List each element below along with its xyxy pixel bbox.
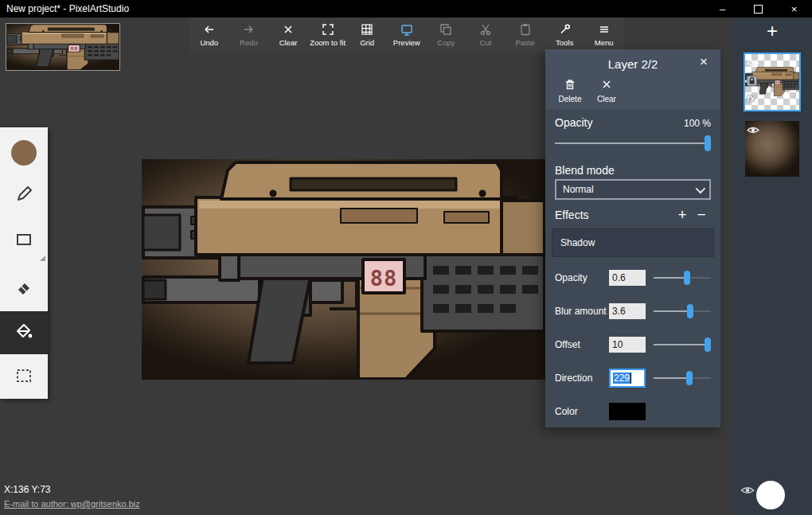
close-button[interactable]: × xyxy=(776,0,812,18)
slider-thumb[interactable] xyxy=(687,304,693,318)
maximize-icon xyxy=(754,5,763,14)
param-row-direction: Direction 229 xyxy=(555,368,711,388)
main-toolbar: Undo Redo Clear Zoom to fit Grid Preview… xyxy=(189,18,624,53)
layer-panel-title: Layer 2/2 xyxy=(545,57,720,71)
lock-icon[interactable] xyxy=(747,75,757,89)
shape-tool-button[interactable] xyxy=(0,220,48,263)
canvas-artwork xyxy=(142,159,546,380)
slider-thumb[interactable] xyxy=(686,371,693,385)
copy-icon xyxy=(439,23,452,36)
direction-input[interactable]: 229 xyxy=(609,369,646,388)
current-color-button[interactable] xyxy=(0,131,48,174)
eraser-tool-button[interactable] xyxy=(0,267,48,310)
effect-item-shadow[interactable]: Shadow xyxy=(552,228,714,257)
drawing-canvas[interactable] xyxy=(142,159,546,380)
opacity-value: 100 % xyxy=(684,118,711,129)
opacity-input[interactable]: 0.6 xyxy=(609,270,646,286)
plus-icon: + xyxy=(767,20,778,42)
rectangle-icon xyxy=(14,230,33,252)
pencil-icon xyxy=(14,185,33,207)
undo-button[interactable]: Undo xyxy=(189,18,229,53)
zoom-to-fit-icon xyxy=(322,23,334,36)
menu-icon xyxy=(598,23,611,36)
close-icon: × xyxy=(700,54,708,69)
layers-sidebar: + fx xyxy=(732,18,812,515)
fx-badge[interactable]: fx xyxy=(747,93,755,104)
blur-param-slider[interactable] xyxy=(654,304,711,318)
select-tool-button[interactable] xyxy=(0,356,48,399)
clear-icon xyxy=(282,23,295,36)
layer-panel: Layer 2/2 × Delete Clear Opacity 100 % B… xyxy=(545,49,720,427)
current-color-indicator xyxy=(11,140,37,166)
zoom-to-fit-button[interactable]: Zoom to fit xyxy=(308,18,348,53)
undo-icon xyxy=(203,23,216,36)
fill-tool-button[interactable] xyxy=(0,311,48,354)
copy-button[interactable]: Copy xyxy=(427,18,467,53)
close-icon: × xyxy=(791,3,798,15)
tools-button[interactable]: Tools xyxy=(545,18,584,53)
delete-layer-button[interactable]: Delete xyxy=(555,78,585,107)
fill-bucket-icon xyxy=(14,322,33,344)
opacity-param-slider[interactable] xyxy=(654,271,711,285)
canvas-preview-thumbnail xyxy=(6,23,120,71)
grid-button[interactable]: Grid xyxy=(347,18,387,53)
clear-layer-button[interactable]: Clear xyxy=(591,78,622,107)
paste-icon xyxy=(519,23,532,36)
cut-button[interactable]: Cut xyxy=(466,18,506,53)
selected-text: 229 xyxy=(613,373,630,384)
slider-thumb[interactable] xyxy=(705,135,711,151)
minimize-button[interactable]: – xyxy=(705,0,740,18)
remove-effect-button[interactable]: − xyxy=(692,206,711,224)
tool-palette xyxy=(0,127,48,399)
layer-panel-header: Layer 2/2 × Delete Clear xyxy=(545,49,720,109)
blur-amount-input[interactable]: 3.6 xyxy=(609,303,646,319)
param-row-blur: Blur amount 3.6 xyxy=(555,301,711,322)
preview-art xyxy=(6,24,119,70)
effect-parameters: Opacity 0.6 Blur amount 3.6 Offset 10 xyxy=(555,267,711,422)
layer-thumbnail-2[interactable] xyxy=(745,121,799,177)
minimize-icon: – xyxy=(720,3,725,15)
shape-tool-flyout-indicator xyxy=(40,256,45,261)
pencil-tool-button[interactable] xyxy=(0,174,48,217)
layer-opacity-slider[interactable] xyxy=(555,135,711,151)
blend-mode-value: Normal xyxy=(563,184,594,195)
maximize-button[interactable] xyxy=(740,0,776,18)
add-effect-button[interactable]: + xyxy=(673,206,692,224)
slider-thumb[interactable] xyxy=(684,271,690,285)
layer-panel-close-button[interactable]: × xyxy=(695,54,712,70)
blend-mode-dropdown[interactable]: Normal xyxy=(555,179,711,200)
window-title: New project* - PixelArtStudio xyxy=(0,3,705,14)
offset-input[interactable]: 10 xyxy=(609,337,646,353)
preview-button[interactable]: Preview xyxy=(387,18,427,53)
preview-icon xyxy=(400,23,413,36)
cut-icon xyxy=(479,23,492,36)
param-row-opacity: Opacity 0.6 xyxy=(555,267,711,288)
redo-button[interactable]: Redo xyxy=(229,18,269,53)
opacity-label: Opacity xyxy=(555,116,592,129)
cursor-coordinates: X:136 Y:73 xyxy=(4,484,51,495)
param-row-offset: Offset 10 xyxy=(555,334,711,355)
color-preview-button[interactable] xyxy=(756,481,785,509)
blend-mode-label: Blend mode xyxy=(555,164,615,177)
clear-icon xyxy=(600,78,613,92)
slider-thumb[interactable] xyxy=(705,337,711,352)
tools-icon xyxy=(558,23,571,36)
layer-thumbnail-1[interactable]: fx xyxy=(745,54,799,110)
author-email-link[interactable]: E-mail to author: wp@gritsenko.biz xyxy=(4,499,140,509)
clear-button[interactable]: Clear xyxy=(268,18,308,53)
effects-label: Effects xyxy=(555,209,589,221)
paste-button[interactable]: Paste xyxy=(506,18,545,53)
visibility-eye-icon[interactable] xyxy=(747,123,759,138)
title-bar: New project* - PixelArtStudio – × xyxy=(0,0,812,18)
redo-icon xyxy=(242,23,255,36)
shadow-color-swatch[interactable] xyxy=(609,403,646,420)
menu-button[interactable]: Menu xyxy=(584,18,624,53)
trash-icon xyxy=(564,78,576,92)
selection-icon xyxy=(14,366,33,388)
direction-param-slider[interactable] xyxy=(654,371,711,385)
grid-icon xyxy=(361,23,373,36)
add-layer-button[interactable]: + xyxy=(732,18,812,45)
offset-param-slider[interactable] xyxy=(654,337,711,352)
toggle-ui-eye-icon[interactable] xyxy=(740,484,755,498)
visibility-eye-icon[interactable] xyxy=(747,57,759,71)
